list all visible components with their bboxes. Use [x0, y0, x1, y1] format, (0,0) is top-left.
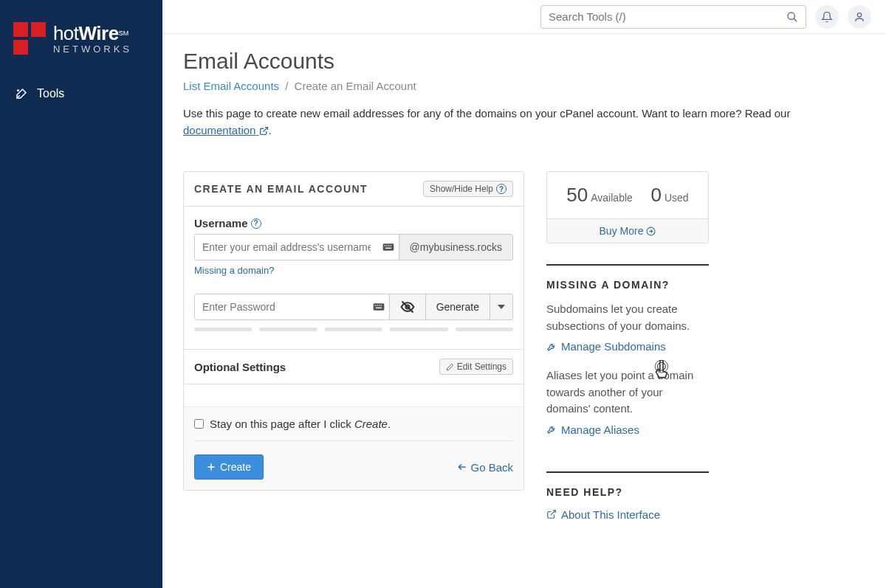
bell-icon	[821, 11, 833, 23]
logo-text-hot: hot	[53, 22, 79, 44]
svg-rect-12	[390, 245, 391, 246]
stay-on-page-label: Stay on this page after I click Create.	[210, 418, 391, 430]
svg-rect-10	[386, 245, 387, 246]
breadcrumb-current: Create an Email Account	[295, 80, 416, 92]
keyboard-icon-2	[368, 294, 389, 319]
sidebar: hotWireSM NETWORKS Tools	[0, 0, 162, 588]
svg-rect-13	[385, 248, 391, 249]
arrow-circle-right-icon	[646, 226, 656, 236]
subdomains-text: Subdomains let you create subsections of…	[546, 301, 709, 334]
about-interface-link[interactable]: About This Interface	[546, 508, 660, 521]
logo-sm: SM	[119, 30, 129, 37]
external-link-icon	[259, 124, 269, 136]
optional-settings-title: Optional Settings	[194, 361, 286, 373]
external-link-icon-2	[546, 509, 557, 519]
breadcrumb-list-link[interactable]: List Email Accounts	[183, 80, 279, 92]
domain-suffix: @mybusiness.rocks	[399, 235, 512, 260]
used-label: Used	[664, 192, 689, 204]
available-count: 50	[566, 184, 588, 206]
logo-text-wire: Wire	[79, 22, 119, 44]
buy-more-link[interactable]: Buy More	[600, 225, 656, 237]
logo-mark-icon	[13, 22, 46, 55]
svg-point-3	[18, 90, 19, 91]
show-hide-help-button[interactable]: Show/Hide Help ?	[423, 181, 513, 197]
password-input[interactable]	[195, 294, 368, 319]
search-input[interactable]	[549, 10, 786, 23]
sidebar-item-tools[interactable]: Tools	[0, 77, 162, 111]
missing-domain-link[interactable]: Missing a domain?	[194, 265, 274, 276]
wrench-icon-2	[546, 424, 557, 435]
svg-rect-14	[373, 303, 384, 310]
svg-line-29	[551, 511, 555, 515]
svg-rect-18	[380, 305, 381, 305]
svg-rect-15	[374, 305, 375, 305]
documentation-link[interactable]: documentation	[183, 124, 269, 136]
svg-rect-11	[388, 245, 389, 246]
tools-icon	[15, 87, 28, 100]
page-title: Email Accounts	[183, 49, 865, 74]
caret-down-icon	[498, 305, 505, 309]
need-help-section: NEED HELP? About This Interface	[546, 471, 709, 536]
svg-rect-1	[31, 22, 46, 37]
svg-rect-19	[376, 308, 382, 308]
plus-icon	[207, 463, 216, 471]
username-help-icon[interactable]: ?	[251, 218, 261, 229]
svg-rect-0	[13, 22, 28, 37]
need-help-title: NEED HELP?	[546, 486, 709, 498]
svg-rect-2	[13, 40, 28, 55]
svg-rect-8	[382, 243, 394, 250]
topbar	[162, 0, 886, 34]
svg-line-5	[794, 18, 797, 21]
password-strength-meter	[194, 328, 513, 331]
generate-password-button[interactable]: Generate	[425, 294, 490, 319]
panel-title: CREATE AN EMAIL ACCOUNT	[194, 183, 368, 195]
missing-domain-section: MISSING A DOMAIN? Subdomains let you cre…	[546, 264, 709, 451]
available-label: Available	[591, 192, 633, 204]
breadcrumb: List Email Accounts / Create an Email Ac…	[183, 80, 865, 92]
username-input[interactable]	[195, 235, 378, 260]
svg-line-7	[263, 127, 267, 131]
edit-settings-button[interactable]: Edit Settings	[439, 359, 513, 375]
used-count: 0	[650, 184, 661, 206]
user-menu-button[interactable]	[848, 5, 871, 29]
svg-rect-16	[377, 305, 377, 305]
search-box[interactable]	[540, 5, 806, 29]
logo: hotWireSM NETWORKS	[0, 22, 162, 77]
logo-networks: NETWORKS	[53, 44, 132, 55]
go-back-link[interactable]: Go Back	[457, 461, 513, 474]
keyboard-icon	[378, 235, 399, 260]
cursor-pointer-icon	[653, 360, 672, 382]
stay-on-page-checkbox[interactable]	[194, 419, 204, 429]
help-icon: ?	[496, 184, 506, 194]
missing-domain-title: MISSING A DOMAIN?	[546, 279, 709, 291]
intro-text: Use this page to create new email addres…	[183, 106, 865, 139]
user-icon	[854, 11, 865, 23]
pencil-icon	[446, 363, 454, 371]
svg-point-6	[857, 13, 861, 16]
search-icon[interactable]	[786, 11, 798, 23]
generate-dropdown-button[interactable]	[490, 294, 512, 319]
stats-box: 50Available 0Used Buy More	[546, 171, 709, 243]
create-button[interactable]: Create	[194, 454, 264, 480]
create-email-panel: CREATE AN EMAIL ACCOUNT Show/Hide Help ?…	[183, 171, 524, 491]
username-label: Username	[194, 217, 248, 229]
manage-aliases-link[interactable]: Manage Aliases	[546, 423, 639, 436]
svg-point-4	[788, 13, 794, 19]
wrench-icon	[546, 342, 557, 352]
notifications-button[interactable]	[815, 5, 839, 29]
aliases-text: Aliases let you point a domain towards a…	[546, 367, 709, 418]
eye-off-icon	[400, 300, 415, 314]
sidebar-item-label: Tools	[37, 87, 64, 100]
manage-subdomains-link[interactable]: Manage Subdomains	[546, 340, 666, 353]
svg-rect-17	[379, 305, 380, 305]
arrow-left-icon	[457, 462, 467, 472]
toggle-password-visibility[interactable]	[389, 294, 425, 319]
svg-rect-9	[384, 245, 385, 246]
